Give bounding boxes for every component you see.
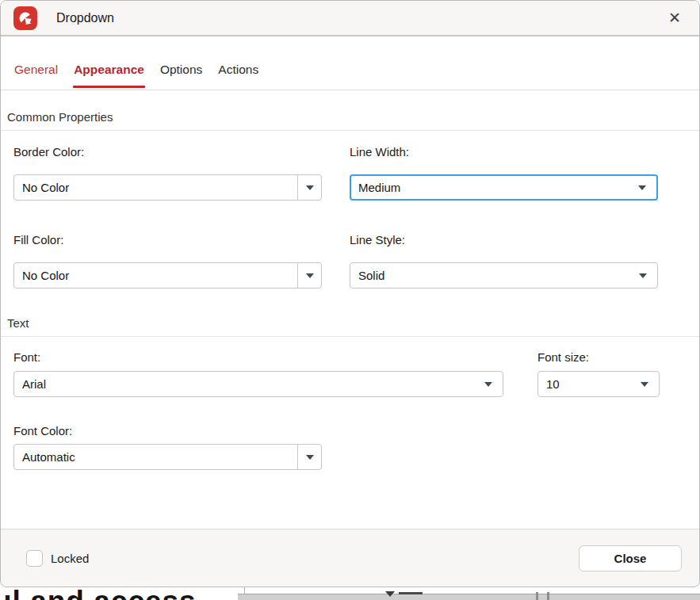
font-size-value: 10: [538, 377, 641, 391]
section-common-properties: Common Properties: [7, 110, 699, 124]
font-value: Arial: [14, 377, 484, 391]
locked-checkbox[interactable]: [26, 550, 43, 567]
dropdown-arrow-button[interactable]: [297, 445, 321, 469]
font-label: Font:: [13, 350, 503, 364]
tab-appearance[interactable]: Appearance: [73, 63, 145, 90]
dropdown-arrow-button[interactable]: [297, 175, 321, 200]
app-logo-icon: [13, 6, 37, 30]
dropdown-properties-dialog: Dropdown ✕ General Appearance Options Ac…: [0, 0, 700, 587]
line-style-select[interactable]: Solid: [350, 262, 658, 289]
line-style-value: Solid: [350, 269, 639, 282]
titlebar: Dropdown ✕: [1, 1, 699, 36]
font-size-label: Font size:: [537, 350, 660, 364]
close-icon[interactable]: ✕: [663, 6, 687, 30]
chevron-down-icon: [306, 185, 314, 190]
chevron-down-icon: [306, 273, 314, 278]
border-color-label: Border Color:: [13, 145, 322, 159]
border-color-select[interactable]: No Color: [13, 174, 322, 201]
chevron-down-icon: [641, 382, 648, 387]
line-width-select[interactable]: Medium: [350, 174, 658, 201]
close-button[interactable]: Close: [579, 545, 682, 571]
font-color-value: Automatic: [14, 450, 297, 464]
line-width-label: Line Width:: [350, 145, 658, 159]
tab-actions[interactable]: Actions: [217, 63, 259, 90]
dialog-footer: Locked Close: [1, 529, 699, 587]
chevron-down-icon: [484, 382, 492, 387]
font-select[interactable]: Arial: [13, 371, 503, 397]
background-tick: [536, 592, 538, 600]
background-page: ul and access: [0, 587, 700, 600]
background-toolbar: [238, 594, 700, 600]
line-width-value: Medium: [351, 181, 638, 194]
border-color-value: No Color: [14, 181, 297, 194]
font-size-select[interactable]: 10: [537, 371, 660, 397]
background-tick: [547, 592, 549, 600]
background-text-fragment: [399, 592, 423, 594]
chevron-down-icon: [639, 273, 647, 278]
dialog-title: Dropdown: [56, 11, 114, 25]
locked-label: Locked: [51, 552, 89, 565]
tab-bar: General Appearance Options Actions: [1, 36, 699, 90]
background-heading-fragment: ul and access: [0, 587, 247, 600]
section-text: Text: [7, 316, 699, 330]
line-style-label: Line Style:: [350, 233, 658, 246]
fill-color-select[interactable]: No Color: [13, 262, 322, 289]
font-color-select[interactable]: Automatic: [13, 444, 322, 470]
font-color-label: Font Color:: [13, 424, 322, 438]
fill-color-label: Fill Color:: [13, 233, 322, 246]
appearance-panel: Common Properties Border Color: Line Wid…: [1, 90, 699, 529]
tab-general[interactable]: General: [13, 63, 59, 90]
chevron-down-icon: [638, 185, 646, 190]
chevron-down-icon: [306, 455, 314, 460]
fill-color-value: No Color: [14, 269, 297, 282]
dropdown-arrow-button[interactable]: [297, 263, 321, 288]
tab-options[interactable]: Options: [159, 63, 203, 90]
